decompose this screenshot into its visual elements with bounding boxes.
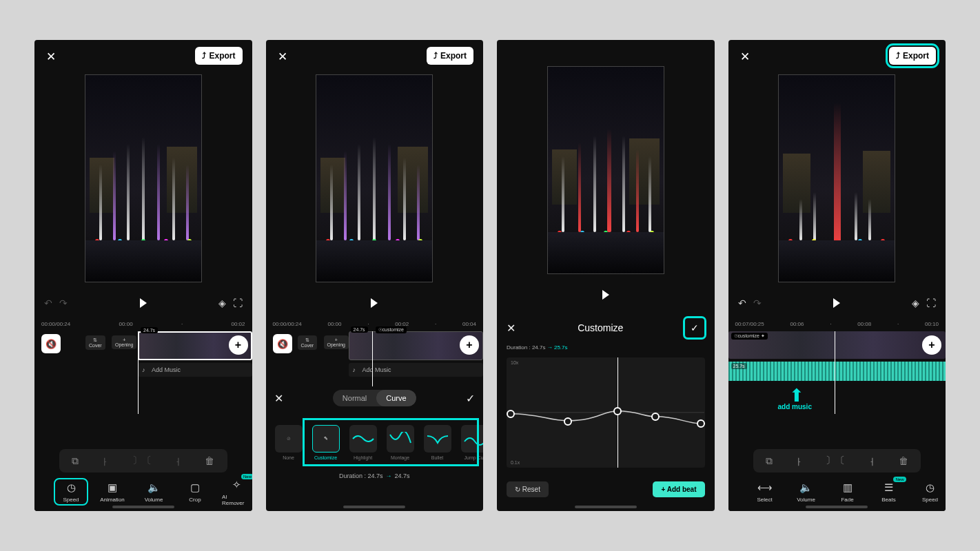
- add-clip-button[interactable]: +: [922, 335, 941, 355]
- curve-point[interactable]: [651, 413, 660, 421]
- aspect-expand[interactable]: ◈⛶: [912, 298, 936, 309]
- panel-speed-tool: ✕ ⤴ Export ↶↷ ◈⛶ 00:00/00:24 00:00· 00:0…: [34, 40, 252, 511]
- opening-chip[interactable]: +Opening: [112, 335, 136, 349]
- tool-select[interactable]: ⟷Select: [751, 481, 779, 503]
- duration-readout: Duration : 24.7s→24.7s: [266, 472, 484, 479]
- home-indicator: [806, 506, 868, 508]
- curve-customize[interactable]: ✎Customize: [310, 425, 342, 460]
- export-icon: ⤴: [202, 51, 206, 61]
- tab-curve[interactable]: Curve: [376, 390, 416, 406]
- export-label: Export: [209, 51, 235, 61]
- duration-readout: Duration : 24.7s → 25.7s: [497, 344, 715, 351]
- split-icon[interactable]: 〕〔: [132, 455, 152, 467]
- close-button[interactable]: ✕: [276, 50, 289, 63]
- aspect-expand[interactable]: ◈⛶: [218, 298, 243, 309]
- opening-chip[interactable]: +Opening: [324, 335, 349, 349]
- reset-button[interactable]: ↻ Reset: [507, 481, 549, 497]
- delete-icon[interactable]: 🗑: [205, 455, 214, 466]
- add-music-track[interactable]: Add Music: [349, 363, 484, 377]
- mute-button[interactable]: 🔇: [273, 334, 292, 353]
- export-button[interactable]: ⤴ Export: [195, 47, 242, 65]
- speed-curve-editor[interactable]: 10x 0.1x: [507, 357, 705, 468]
- mute-button[interactable]: 🔇: [41, 334, 61, 353]
- tool-beats[interactable]: New☰Beats: [875, 481, 904, 503]
- fade-icon: ▥: [841, 481, 855, 495]
- curve-montage[interactable]: Montage: [385, 425, 416, 460]
- tool-volume[interactable]: 🔈Volume: [792, 481, 821, 503]
- clip-edit-row: ⧉ ⸠ 〕〔 ⸡ 🗑: [59, 449, 227, 472]
- play-button[interactable]: [602, 290, 609, 300]
- curve-bullet[interactable]: Bullet: [422, 425, 453, 460]
- tool-ai-remover[interactable]: New✧AI Remover: [222, 478, 251, 506]
- play-button[interactable]: [140, 298, 147, 308]
- speed-mode-toggle[interactable]: Normal Curve: [333, 390, 416, 406]
- playhead[interactable]: [835, 331, 835, 414]
- cancel-customize-button[interactable]: ✕: [507, 322, 515, 335]
- curve-point[interactable]: [697, 419, 705, 428]
- tool-volume[interactable]: 🔈Volume: [139, 481, 168, 503]
- speed-icon: ◷: [923, 481, 937, 495]
- curve-jumpcut[interactable]: Jump Cut: [459, 425, 484, 460]
- curve-none[interactable]: ⊘None: [273, 425, 305, 460]
- panel-curve-select: ✕ ⤴ Export 00:00/00:24 00:00· 00:02· 00:…: [266, 40, 484, 511]
- close-button[interactable]: ✕: [738, 50, 752, 63]
- add-beat-button[interactable]: + Add beat: [653, 481, 704, 497]
- curve-point[interactable]: [564, 417, 572, 426]
- export-button[interactable]: ⤴ Export: [427, 47, 473, 65]
- playhead[interactable]: [372, 331, 373, 386]
- curve-point[interactable]: [507, 410, 515, 418]
- curve-highlight[interactable]: Highlight: [347, 425, 379, 460]
- playhead[interactable]: [138, 331, 139, 414]
- undo-redo[interactable]: ↶↷: [44, 298, 68, 309]
- audio-duration-badge: 25.7s: [731, 363, 747, 369]
- tab-normal[interactable]: Normal: [333, 390, 376, 406]
- play-button[interactable]: [371, 298, 378, 308]
- video-preview[interactable]: [778, 74, 895, 282]
- cover-chip[interactable]: ⇅Cover: [298, 335, 318, 350]
- tool-speed[interactable]: ◷Speed: [916, 481, 945, 503]
- video-preview[interactable]: [547, 66, 664, 274]
- curve-point[interactable]: [613, 407, 622, 415]
- timecode-ruler: 00:00/00:24 00:00· 00:02· 00:04: [266, 321, 484, 327]
- tool-crop[interactable]: ▢Crop: [181, 481, 210, 503]
- export-icon: ⤴: [433, 51, 438, 61]
- home-indicator: [575, 506, 637, 508]
- duplicate-icon[interactable]: ⧉: [72, 455, 79, 467]
- cover-chip[interactable]: ⇅Cover: [85, 335, 105, 350]
- timeline-clip[interactable]: ☉customize ✦: [728, 331, 946, 359]
- undo-redo[interactable]: ↶↷: [738, 298, 762, 309]
- clip-mode-badge: ☉customize: [376, 326, 407, 333]
- video-preview[interactable]: [316, 74, 433, 282]
- cancel-speed-button[interactable]: ✕: [274, 392, 283, 405]
- video-preview[interactable]: [85, 74, 202, 282]
- ai-remover-icon: ✧: [229, 478, 243, 492]
- beats-icon: ☰: [882, 481, 896, 495]
- add-clip-button[interactable]: +: [460, 335, 479, 355]
- delete-icon[interactable]: 🗑: [899, 455, 908, 466]
- clip-duration-badge: 24.7s: [141, 327, 158, 333]
- split-left-icon[interactable]: ⸠: [797, 455, 801, 467]
- split-icon[interactable]: 〕〔: [826, 455, 845, 467]
- animation-icon: ▣: [105, 481, 119, 495]
- split-right-icon[interactable]: ⸡: [176, 455, 180, 467]
- close-button[interactable]: ✕: [44, 50, 58, 63]
- select-icon: ⟷: [758, 481, 772, 495]
- panel-audio-added: ✕ ⤴ Export ↶↷ ◈⛶ 00:07/00:25 00:06· 00:0…: [728, 40, 946, 511]
- confirm-speed-button[interactable]: ✓: [466, 392, 475, 405]
- export-button[interactable]: ⤴ Export: [889, 47, 936, 65]
- add-clip-button[interactable]: +: [229, 335, 248, 355]
- duplicate-icon[interactable]: ⧉: [766, 455, 773, 467]
- tool-speed[interactable]: ◷Speed: [57, 481, 85, 503]
- confirm-customize-button[interactable]: ✓: [685, 318, 704, 337]
- clip-edit-row: ⧉ ⸠ 〕〔 ⸡ 🗑: [753, 449, 921, 472]
- split-left-icon[interactable]: ⸠: [103, 455, 107, 467]
- tool-animation[interactable]: ▣Animation: [98, 481, 127, 503]
- clip-duration-badge: 24.7s: [351, 326, 368, 333]
- speed-icon: ◷: [64, 481, 78, 495]
- audio-track[interactable]: 25.7s: [728, 362, 946, 381]
- play-button[interactable]: [833, 298, 840, 308]
- timecode-ruler: 00:00/00:24 00:00· 00:02: [34, 321, 252, 327]
- add-music-track[interactable]: Add Music: [138, 363, 252, 377]
- split-right-icon[interactable]: ⸡: [870, 455, 874, 467]
- tool-fade[interactable]: ▥Fade: [833, 481, 862, 503]
